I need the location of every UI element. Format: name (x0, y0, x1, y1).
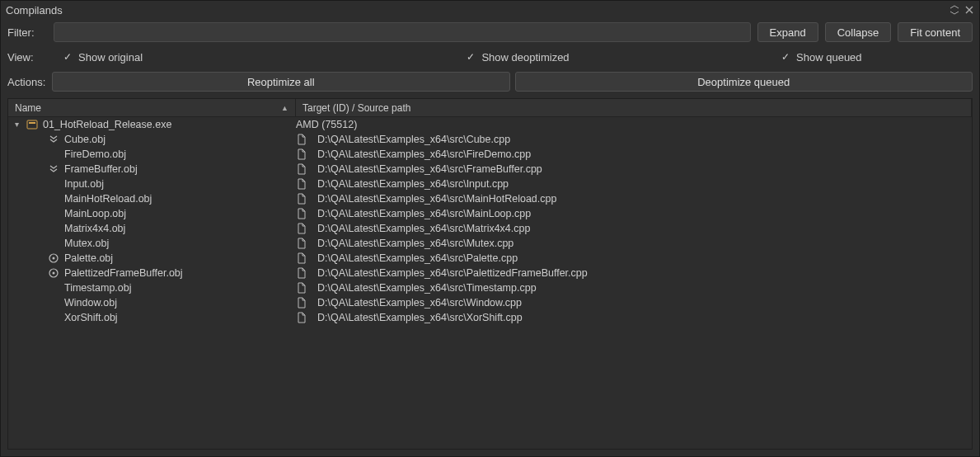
row-name: Timestamp.obj (64, 280, 132, 295)
view-label: View: (7, 51, 47, 64)
actions-row: Actions: Reoptimize all Deoptimize queue… (1, 68, 979, 95)
row-path: D:\QA\Latest\Examples_x64\src\Timestamp.… (317, 280, 537, 295)
file-icon (296, 208, 307, 219)
row-path: D:\QA\Latest\Examples_x64\src\Matrix4x4.… (317, 221, 530, 236)
compilands-panel: Compilands Filter: Expand Collapse Fit c… (0, 0, 980, 457)
file-icon (296, 193, 307, 205)
row-path: D:\QA\Latest\Examples_x64\src\Palette.cp… (317, 251, 518, 266)
row-path: D:\QA\Latest\Examples_x64\src\XorShift.c… (317, 310, 523, 325)
view-option-label: Show queued (796, 51, 862, 64)
table-row[interactable]: Window.objD:\QA\Latest\Examples_x64\src\… (8, 295, 972, 310)
row-name: PalettizedFrameBuffer.obj (64, 266, 183, 280)
row-name: Window.obj (64, 295, 117, 310)
filter-label: Filter: (7, 26, 47, 39)
row-name: Input.obj (64, 177, 104, 191)
deoptimized-icon (48, 163, 59, 175)
sort-ascending-icon: ▲ (281, 104, 288, 112)
row-path: D:\QA\Latest\Examples_x64\src\Cube.cpp (317, 132, 510, 147)
svg-point-3 (53, 257, 55, 260)
file-icon (296, 178, 307, 190)
file-icon (296, 252, 307, 264)
column-header-path[interactable]: Target (ID) / Source path (296, 99, 972, 116)
table-row[interactable]: FireDemo.objD:\QA\Latest\Examples_x64\sr… (8, 147, 972, 162)
column-header-name[interactable]: Name ▲ (8, 99, 296, 116)
executable-icon (26, 119, 38, 130)
view-option-label: Show deoptimized (481, 51, 569, 64)
row-name: MainHotReload.obj (64, 191, 152, 206)
file-icon (296, 223, 307, 234)
row-name: MainLoop.obj (64, 206, 126, 221)
view-show-queued[interactable]: ✓ Show queued (669, 51, 973, 64)
titlebar: Compilands (1, 1, 979, 19)
file-icon (296, 282, 307, 294)
checkmark-icon: ✓ (780, 51, 791, 63)
table-row[interactable]: Mutex.objD:\QA\Latest\Examples_x64\src\M… (8, 236, 972, 251)
collapse-button[interactable]: Collapse (825, 22, 892, 42)
panel-title: Compilands (6, 4, 948, 16)
checkmark-icon: ✓ (465, 51, 476, 63)
svg-rect-1 (29, 122, 35, 124)
compilands-table: Name ▲ Target (ID) / Source path ▾01_Hot… (7, 98, 973, 450)
row-name: Palette.obj (64, 251, 113, 266)
table-header: Name ▲ Target (ID) / Source path (8, 99, 972, 117)
column-label: Target (ID) / Source path (302, 102, 410, 114)
row-name: XorShift.obj (64, 310, 118, 325)
table-row[interactable]: Timestamp.objD:\QA\Latest\Examples_x64\s… (8, 280, 972, 295)
filter-row: Filter: Expand Collapse Fit content (1, 19, 979, 45)
reoptimize-all-button[interactable]: Reoptimize all (52, 72, 510, 92)
file-icon (296, 297, 307, 309)
table-row[interactable]: Input.objD:\QA\Latest\Examples_x64\src\I… (8, 177, 972, 191)
table-row[interactable]: Matrix4x4.objD:\QA\Latest\Examples_x64\s… (8, 221, 972, 236)
file-icon (296, 163, 307, 175)
column-label: Name (15, 102, 41, 114)
table-row-root[interactable]: ▾01_HotReload_Release.exeAMD (75512) (8, 117, 972, 132)
actions-label: Actions: (7, 76, 47, 88)
row-path: D:\QA\Latest\Examples_x64\src\Mutex.cpp (317, 236, 513, 251)
file-icon (296, 134, 307, 145)
row-path: D:\QA\Latest\Examples_x64\src\FrameBuffe… (317, 162, 542, 177)
view-show-deoptimized[interactable]: ✓ Show deoptimized (365, 51, 668, 64)
expand-button[interactable]: Expand (757, 22, 818, 42)
svg-rect-0 (27, 120, 37, 129)
view-show-original[interactable]: ✓ Show original (47, 51, 365, 64)
queued-icon (48, 252, 59, 264)
checkmark-icon: ✓ (62, 51, 73, 63)
table-body[interactable]: ▾01_HotReload_Release.exeAMD (75512)Cube… (8, 117, 972, 449)
table-row[interactable]: Cube.objD:\QA\Latest\Examples_x64\src\Cu… (8, 132, 972, 147)
filter-input[interactable] (54, 22, 751, 42)
row-path: D:\QA\Latest\Examples_x64\src\Input.cpp (317, 177, 509, 191)
row-name: Mutex.obj (64, 236, 109, 251)
maximize-icon[interactable] (948, 3, 961, 16)
view-row: View: ✓ Show original ✓ Show deoptimized… (1, 45, 979, 68)
table-row[interactable]: Palette.objD:\QA\Latest\Examples_x64\src… (8, 251, 972, 266)
row-target: AMD (75512) (296, 117, 357, 132)
row-path: D:\QA\Latest\Examples_x64\src\Palettized… (317, 266, 588, 280)
table-row[interactable]: FrameBuffer.objD:\QA\Latest\Examples_x64… (8, 162, 972, 177)
view-option-label: Show original (78, 51, 143, 64)
table-row[interactable]: PalettizedFrameBuffer.objD:\QA\Latest\Ex… (8, 266, 972, 280)
table-row[interactable]: MainLoop.objD:\QA\Latest\Examples_x64\sr… (8, 206, 972, 221)
deoptimized-icon (48, 134, 59, 145)
row-name: FrameBuffer.obj (64, 162, 138, 177)
close-icon[interactable] (963, 3, 976, 16)
file-icon (296, 238, 307, 249)
row-path: D:\QA\Latest\Examples_x64\src\FireDemo.c… (317, 147, 531, 162)
file-icon (296, 312, 307, 323)
row-path: D:\QA\Latest\Examples_x64\src\MainHotRel… (317, 191, 556, 206)
row-name: 01_HotReload_Release.exe (43, 117, 171, 132)
svg-point-5 (53, 272, 55, 275)
file-icon (296, 267, 307, 279)
row-name: Cube.obj (64, 132, 106, 147)
deoptimize-queued-button[interactable]: Deoptimize queued (515, 72, 973, 92)
file-icon (296, 148, 307, 160)
row-name: Matrix4x4.obj (64, 221, 125, 236)
table-row[interactable]: MainHotReload.objD:\QA\Latest\Examples_x… (8, 191, 972, 206)
row-path: D:\QA\Latest\Examples_x64\src\Window.cpp (317, 295, 522, 310)
queued-icon (48, 267, 59, 279)
tree-collapse-icon[interactable]: ▾ (12, 117, 21, 132)
table-row[interactable]: XorShift.objD:\QA\Latest\Examples_x64\sr… (8, 310, 972, 325)
row-name: FireDemo.obj (64, 147, 126, 162)
fit-content-button[interactable]: Fit content (898, 22, 973, 42)
row-path: D:\QA\Latest\Examples_x64\src\MainLoop.c… (317, 206, 531, 221)
